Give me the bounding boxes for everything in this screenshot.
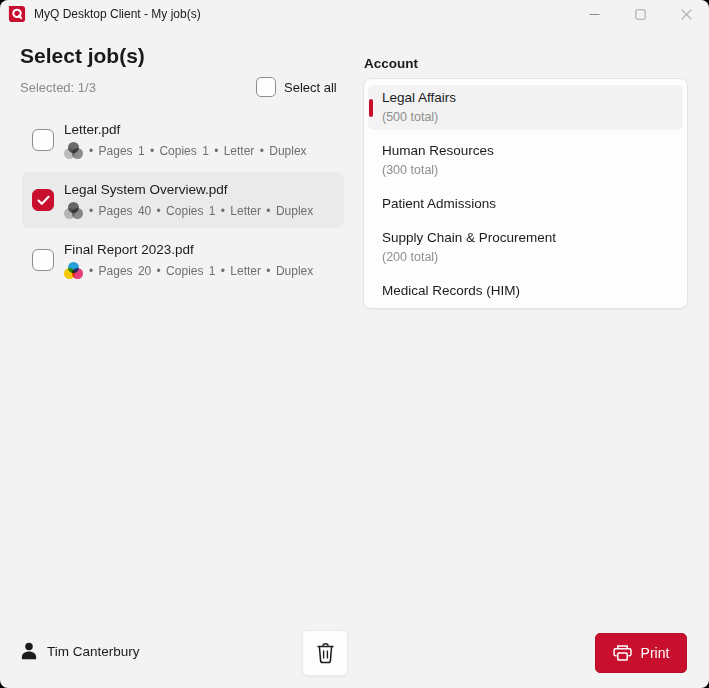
trash-icon [316, 643, 335, 664]
account-item-patient-admissions[interactable]: Patient Admissions [368, 191, 683, 217]
account-item-medical-records[interactable]: Medical Records (HIM) [368, 278, 683, 304]
account-name: Human Resources [382, 142, 669, 160]
job-row-letter[interactable]: Letter.pdf • Pages 1 • Copies 1 • Letter… [22, 112, 344, 168]
account-total: (200 total) [382, 248, 669, 266]
account-name: Legal Affairs [382, 89, 669, 107]
select-all-checkbox[interactable] [256, 77, 276, 97]
select-all-label: Select all [284, 80, 337, 95]
maximize-icon [635, 9, 646, 20]
account-total: (500 total) [382, 108, 669, 126]
page-title: Select job(s) [20, 44, 145, 68]
account-list: Legal Affairs (500 total) Human Resource… [363, 78, 688, 309]
account-item-human-resources[interactable]: Human Resources (300 total) [368, 138, 683, 183]
delete-job-button[interactable] [302, 630, 348, 676]
selected-indicator [369, 99, 373, 117]
job-list: Letter.pdf • Pages 1 • Copies 1 • Letter… [22, 112, 344, 288]
minimize-icon [589, 9, 600, 20]
account-item-legal-affairs[interactable]: Legal Affairs (500 total) [368, 85, 683, 130]
user-icon [20, 641, 38, 661]
title-bar[interactable]: MyQ Desktop Client - My job(s) [0, 0, 709, 28]
job-checkbox[interactable] [32, 249, 54, 271]
current-user: Tim Canterbury [20, 641, 140, 661]
check-icon [37, 195, 50, 206]
account-name: Supply Chain & Procurement [382, 229, 669, 247]
print-button-label: Print [641, 645, 670, 661]
job-title: Final Report 2023.pdf [64, 241, 313, 259]
color-print-icon [64, 262, 83, 279]
print-button[interactable]: Print [595, 633, 687, 673]
close-button[interactable] [663, 0, 709, 28]
selected-count: Selected: 1/3 [20, 80, 96, 95]
grayscale-print-icon [64, 202, 83, 219]
job-title: Legal System Overview.pdf [64, 181, 313, 199]
printer-icon [613, 644, 632, 662]
job-meta-text: • Pages 1 • Copies 1 • Letter • Duplex [89, 144, 307, 158]
window-title: MyQ Desktop Client - My job(s) [34, 7, 201, 21]
grayscale-print-icon [64, 142, 83, 159]
myq-logo-icon [8, 5, 26, 23]
account-heading: Account [364, 56, 418, 71]
maximize-button[interactable] [617, 0, 663, 28]
job-title: Letter.pdf [64, 121, 307, 139]
minimize-button[interactable] [571, 0, 617, 28]
job-checkbox-checked[interactable] [32, 189, 54, 211]
job-row-legal-system-overview[interactable]: Legal System Overview.pdf • Pages 40 • C… [22, 172, 344, 228]
app-window: MyQ Desktop Client - My job(s) Select jo… [0, 0, 709, 688]
user-name: Tim Canterbury [47, 644, 140, 659]
account-item-supply-chain[interactable]: Supply Chain & Procurement (200 total) [368, 225, 683, 270]
job-checkbox[interactable] [32, 129, 54, 151]
job-meta-text: • Pages 40 • Copies 1 • Letter • Duplex [89, 204, 313, 218]
account-name: Medical Records (HIM) [382, 282, 669, 300]
close-icon [681, 9, 692, 20]
job-row-final-report[interactable]: Final Report 2023.pdf • Pages 20 • Copie… [22, 232, 344, 288]
select-all[interactable]: Select all [256, 77, 337, 97]
account-name: Patient Admissions [382, 195, 669, 213]
account-total: (300 total) [382, 161, 669, 179]
job-meta-text: • Pages 20 • Copies 1 • Letter • Duplex [89, 264, 313, 278]
